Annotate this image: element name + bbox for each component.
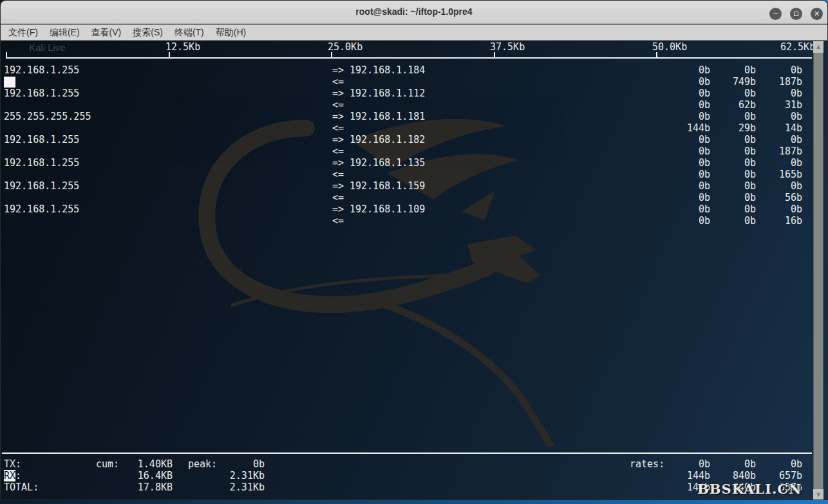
rx-rate-2s: 0b [665, 99, 710, 111]
terminal-cursor [4, 77, 15, 88]
terminal-screen[interactable]: Kali Live 12.5Kb 25.0Kb 37.5Kb 50.0Kb 62… [1, 41, 828, 500]
tx-rate-10s: 0b [711, 203, 756, 215]
tx-arrow-icon: => [332, 88, 344, 99]
maximize-icon [794, 12, 798, 16]
dest-ip: 192.168.1.159 [350, 180, 425, 192]
source-ip: 192.168.1.255 [4, 157, 79, 169]
scrollbar[interactable]: ▲ ▼ [813, 41, 823, 500]
source-ip: 192.168.1.255 [4, 180, 79, 192]
menu-edit[interactable]: 编辑(E) [44, 24, 86, 41]
tx-rate-2s: 0b [665, 203, 710, 215]
tx-rate-40s: 0b [757, 203, 802, 215]
rx-cum-value: 16.4KB [115, 470, 173, 481]
rx-rate-10s: 0b [711, 215, 756, 227]
rx-rate-10s: 749b [711, 76, 756, 88]
dest-ip: 192.168.1.109 [350, 203, 425, 215]
tx-rate-2s: 0b [665, 180, 710, 192]
tx-rate-10s: 0b [711, 111, 756, 122]
titlebar[interactable]: root@skadi: ~/iftop-1.0pre4 − ✕ [1, 1, 827, 24]
ruler-tick [6, 52, 7, 58]
tx-rate-10s: 0b [711, 157, 756, 169]
rx-rate-2s: 0b [665, 215, 710, 227]
rx-rate-40s: 187b [757, 76, 802, 88]
tx-rate-40s: 0b [757, 88, 802, 99]
menu-help[interactable]: 帮助(H) [210, 24, 252, 41]
table-row-tx: 192.168.1.255=>192.168.1.1840b0b0b [1, 64, 813, 76]
table-row-rx: <=0b0b16b [1, 215, 813, 227]
rx-rate-10s: 62b [711, 99, 756, 111]
table-row-rx: <=0b62b31b [1, 99, 813, 111]
tx-rate-10s: 0b [711, 64, 756, 76]
table-row-rx: <=0b0b187b [1, 145, 813, 157]
table-row-rx: <=144b29b14b [1, 122, 813, 134]
menu-search[interactable]: 搜索(S) [127, 24, 169, 41]
tx-arrow-icon: => [332, 180, 344, 192]
source-ip: 192.168.1.255 [4, 134, 79, 145]
source-ip: 192.168.1.255 [4, 203, 79, 215]
table-row-rx: <=0b0b56b [1, 192, 813, 203]
tx-arrow-icon: => [332, 64, 344, 76]
terminal-window: root@skadi: ~/iftop-1.0pre4 − ✕ 文件(F) 编辑… [0, 0, 828, 500]
source-ip: 192.168.1.255 [4, 88, 79, 99]
rx-rate-40s: 56b [757, 192, 802, 203]
source-ip: 192.168.1.255 [4, 64, 79, 76]
rx-arrow-icon: <= [332, 99, 344, 111]
tx-arrow-icon: => [332, 134, 344, 145]
ruler-tick [169, 52, 170, 58]
table-row-tx: 192.168.1.255=>192.168.1.1090b0b0b [1, 203, 813, 215]
ruler-tick [331, 52, 332, 58]
rx-peak-value: 2.31Kb [207, 470, 265, 481]
scale-label: 50.0Kb [652, 41, 687, 53]
rx-arrow-icon: <= [332, 169, 344, 180]
total-cum-value: 17.8KB [115, 481, 173, 493]
scrollbar-thumb[interactable] [814, 53, 823, 489]
table-row-tx: 192.168.1.255=>192.168.1.1590b0b0b [1, 180, 813, 192]
tx-rate-2s: 0b [665, 157, 710, 169]
rx-rate-40s: 14b [757, 122, 802, 134]
tx-rate-40s: 0b [757, 458, 802, 470]
tx-rate-2s: 0b [665, 64, 710, 76]
tx-rate-2s: 0b [665, 458, 710, 470]
rx-rate-40s: 165b [757, 169, 802, 180]
tx-label: TX: [4, 458, 21, 470]
menu-terminal[interactable]: 终端(T) [169, 24, 210, 41]
ruler-line [6, 57, 812, 59]
table-row-tx: 192.168.1.255=>192.168.1.1820b0b0b [1, 134, 813, 145]
dest-ip: 192.168.1.182 [350, 134, 425, 145]
rx-rate-2s: 144b [665, 470, 710, 481]
dest-ip: 192.168.1.181 [350, 111, 425, 122]
rx-rate-10s: 0b [711, 192, 756, 203]
rx-arrow-icon: <= [332, 145, 344, 157]
rx-arrow-icon: <= [332, 122, 344, 134]
close-button[interactable]: ✕ [811, 8, 823, 20]
tx-peak-value: 0b [207, 458, 265, 470]
tx-arrow-icon: => [332, 111, 344, 122]
rx-label-colon: : [15, 470, 21, 481]
window-title: root@skadi: ~/iftop-1.0pre4 [1, 6, 827, 17]
scale-label: 37.5Kb [490, 41, 525, 53]
rx-rate-2s: 0b [665, 76, 710, 88]
ruler-tick [494, 52, 495, 58]
rx-rate-2s: 0b [665, 192, 710, 203]
maximize-button[interactable] [790, 8, 802, 20]
tx-rate-10s: 0b [711, 134, 756, 145]
ruler-tick [656, 52, 657, 58]
scale-label: 62.5Kb [780, 41, 815, 53]
tx-rate-40s: 0b [757, 111, 802, 122]
minimize-button[interactable]: − [769, 8, 782, 20]
source-ip: 255.255.255.255 [4, 111, 91, 122]
scrollbar-up-icon[interactable]: ▲ [813, 41, 823, 53]
footer-separator [2, 453, 812, 454]
tx-rate-10s: 0b [711, 180, 756, 192]
menu-file[interactable]: 文件(F) [3, 24, 44, 41]
tx-rate-40s: 0b [757, 64, 802, 76]
rx-rate-10s: 840b [711, 470, 756, 481]
dest-ip: 192.168.1.135 [350, 157, 425, 169]
menu-view[interactable]: 查看(V) [86, 24, 127, 41]
tx-rate-2s: 0b [665, 88, 710, 99]
rx-rate-40s: 187b [757, 145, 802, 157]
scrollbar-down-icon[interactable]: ▼ [813, 489, 823, 500]
wallpaper-ghost-text: Kali Live [29, 42, 66, 53]
footer-row-total: TOTAL: 17.8KB 2.31Kb 144b 840b 657b [1, 481, 813, 493]
total-peak-value: 2.31Kb [207, 481, 265, 493]
